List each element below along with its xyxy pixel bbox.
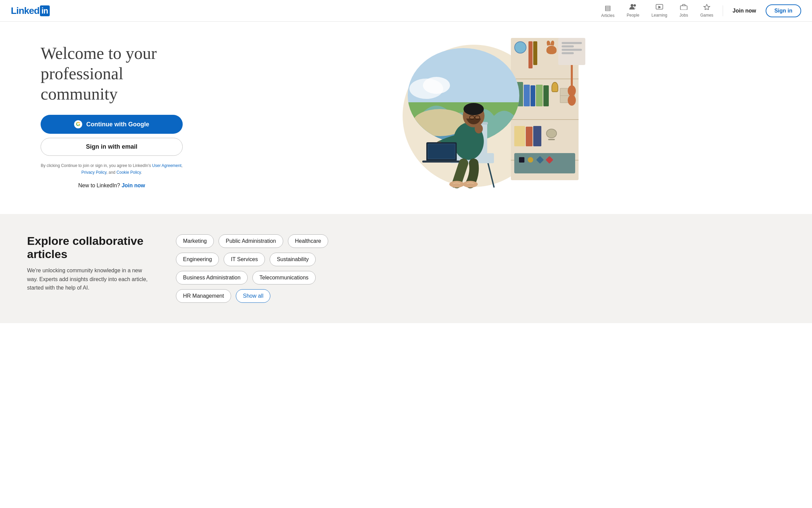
tag-it-services[interactable]: IT Services [224,253,265,266]
book-brown [533,41,537,65]
svg-line-12 [487,160,494,187]
jobs-icon [680,4,687,12]
google-signin-button[interactable]: G Continue with Google [41,115,183,134]
games-icon [703,4,710,12]
book-blue-1 [524,85,530,106]
tag-row-2: Engineering IT Services Sustainability [176,253,785,266]
svg-rect-27 [422,161,460,163]
book-dark-green [543,85,549,106]
svg-rect-26 [428,144,455,158]
book-green-2 [536,85,543,106]
deco-line-2 [562,45,574,47]
google-btn-label: Continue with Google [86,121,149,128]
vase [551,82,558,92]
learning-icon [656,4,663,12]
person-svg [406,82,508,190]
people-icon [629,4,637,12]
cat-decoration [545,41,558,54]
illustration [389,38,579,194]
deco-card [558,38,585,65]
privacy-policy-link[interactable]: Privacy Policy [82,170,107,175]
email-signin-button[interactable]: Sign in with email [41,138,183,156]
nav-learning[interactable]: Learning [646,1,673,20]
nav-people-label: People [627,13,639,18]
nav-articles-label: Articles [601,13,614,18]
logo-text: Linked [11,5,39,16]
hero-title: Welcome to your professional community [41,43,183,104]
tag-sustainability[interactable]: Sustainability [270,253,316,266]
new-to-linkedin: New to LinkedIn? Join now [41,183,183,189]
explore-tags: Marketing Public Administration Healthca… [176,234,785,303]
hero-illustration [183,38,785,194]
shelf-2 [511,119,579,120]
join-now-button[interactable]: Join now [727,5,761,17]
tag-engineering[interactable]: Engineering [176,253,219,266]
book-red [526,127,533,146]
linkedin-logo[interactable]: Linkedin [11,5,50,16]
ottoman [514,153,575,173]
explore-section: Explore collaborative articles We're unl… [0,214,812,323]
deco-line-4 [562,52,574,54]
tag-telecom[interactable]: Telecommunications [252,271,316,284]
tag-marketing[interactable]: Marketing [176,234,214,248]
tag-row-4: HR Management Show all [176,289,785,303]
tag-business-admin[interactable]: Business Administration [176,271,248,284]
alarm-clock [544,129,559,141]
nav-games[interactable]: Games [695,1,719,20]
join-now-link[interactable]: Join now [121,183,145,188]
agreement-text: By clicking Continue to join or sign in,… [41,163,183,175]
logo-in-box: in [40,5,49,16]
explore-left: Explore collaborative articles We're unl… [27,234,149,292]
google-icon: G [74,120,82,128]
nav-learning-label: Learning [652,13,668,18]
deco-line-1 [562,42,582,44]
explore-title: Explore collaborative articles [27,234,149,261]
tag-row-1: Marketing Public Administration Healthca… [176,234,785,248]
hero-cta: Welcome to your professional community G… [41,43,183,188]
nav-jobs[interactable]: Jobs [674,1,693,20]
header: Linkedin ▤ Articles People Learning Jobs [0,0,812,22]
book-blue-2 [531,85,535,106]
svg-point-29 [463,181,478,188]
nav-articles[interactable]: ▤ Articles [596,1,620,21]
svg-rect-4 [680,6,687,10]
hero-section: Welcome to your professional community G… [0,22,812,214]
nav-jobs-label: Jobs [679,13,688,18]
svg-marker-3 [658,6,661,8]
email-btn-label: Sign in with email [86,143,137,150]
svg-point-28 [449,181,464,188]
svg-point-1 [633,4,636,7]
deco-line-3 [562,49,582,51]
cookie-policy-link[interactable]: Cookie Policy [116,170,141,175]
articles-icon: ▤ [605,4,611,12]
svg-point-22 [475,124,483,133]
nav-divider [723,5,723,16]
tag-row-3: Business Administration Telecommunicatio… [176,271,785,284]
tag-healthcare[interactable]: Healthcare [288,234,328,248]
main-nav: ▤ Articles People Learning Jobs Games [596,1,801,21]
tag-hr-management[interactable]: HR Management [176,289,231,303]
header-actions: Join now Sign in [727,4,801,17]
svg-point-0 [631,4,633,7]
explore-description: We're unlocking community knowledge in a… [27,266,149,292]
book-orange [528,41,533,68]
show-all-button[interactable]: Show all [236,289,270,303]
nav-games-label: Games [700,13,714,18]
tag-public-admin[interactable]: Public Administration [219,234,283,248]
user-agreement-link[interactable]: User Agreement [152,163,182,168]
svg-point-19 [465,103,482,111]
sign-in-button[interactable]: Sign in [766,4,801,17]
nav-people[interactable]: People [621,1,645,20]
agreement-prefix: By clicking Continue to join or sign in,… [41,163,151,168]
book-navy [533,126,541,146]
logo-area: Linkedin [11,5,50,16]
